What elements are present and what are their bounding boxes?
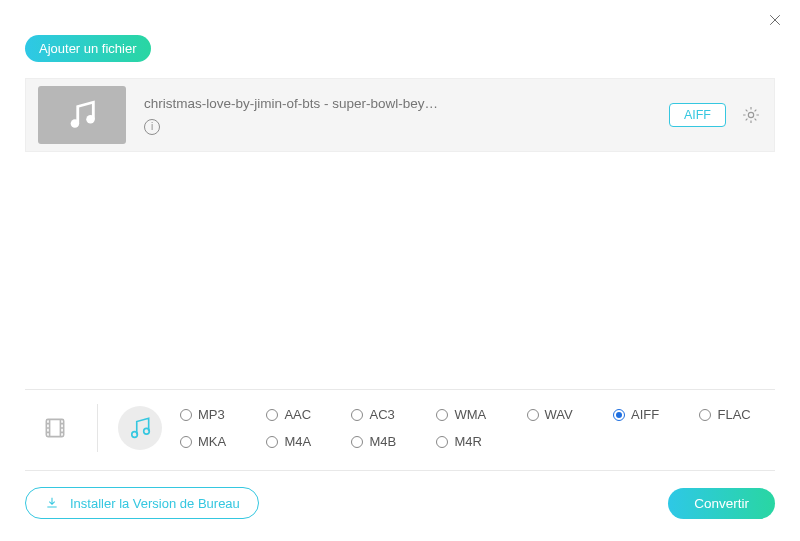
radio-icon: [436, 436, 448, 448]
radio-icon: [613, 409, 625, 421]
close-button[interactable]: [765, 10, 785, 30]
format-option-m4a[interactable]: M4A: [266, 434, 327, 449]
radio-icon: [436, 409, 448, 421]
radio-icon: [266, 436, 278, 448]
format-option-label: AIFF: [631, 407, 659, 422]
file-row: christmas-love-by-jimin-of-bts - super-b…: [25, 78, 775, 152]
add-file-button[interactable]: Ajouter un fichier: [25, 35, 151, 62]
format-option-label: M4R: [454, 434, 481, 449]
add-file-label: Ajouter un fichier: [39, 41, 137, 56]
file-thumbnail: [38, 86, 126, 144]
file-format-label: AIFF: [684, 108, 711, 122]
settings-button[interactable]: [740, 104, 762, 126]
gear-icon: [741, 105, 761, 125]
radio-icon: [180, 409, 192, 421]
format-option-aiff[interactable]: AIFF: [613, 407, 675, 422]
file-format-tag[interactable]: AIFF: [669, 103, 726, 127]
install-desktop-label: Installer la Version de Bureau: [70, 496, 240, 511]
convert-label: Convertir: [694, 496, 749, 511]
convert-button[interactable]: Convertir: [668, 488, 775, 519]
radio-icon: [527, 409, 539, 421]
radio-icon: [351, 409, 363, 421]
music-note-icon: [65, 98, 99, 132]
format-option-label: M4A: [284, 434, 311, 449]
svg-point-1: [86, 115, 95, 124]
radio-icon: [266, 409, 278, 421]
format-option-mp3[interactable]: MP3: [180, 407, 242, 422]
radio-icon: [180, 436, 192, 448]
svg-point-2: [748, 112, 753, 117]
format-option-label: WAV: [545, 407, 573, 422]
format-option-wav[interactable]: WAV: [527, 407, 589, 422]
format-option-label: AAC: [284, 407, 311, 422]
film-icon: [42, 415, 68, 441]
format-option-aac[interactable]: AAC: [266, 407, 327, 422]
format-option-flac[interactable]: FLAC: [699, 407, 767, 422]
format-option-label: AC3: [369, 407, 394, 422]
format-option-label: MKA: [198, 434, 226, 449]
format-option-m4b[interactable]: M4B: [351, 434, 412, 449]
file-meta: christmas-love-by-jimin-of-bts - super-b…: [144, 96, 669, 135]
format-option-wma[interactable]: WMA: [436, 407, 502, 422]
format-option-m4r[interactable]: M4R: [436, 434, 502, 449]
music-icon: [127, 415, 153, 441]
format-option-label: WMA: [454, 407, 486, 422]
download-icon: [44, 495, 60, 511]
install-desktop-button[interactable]: Installer la Version de Bureau: [25, 487, 259, 519]
svg-point-0: [71, 119, 80, 128]
radio-icon: [351, 436, 363, 448]
info-icon[interactable]: i: [144, 119, 160, 135]
format-options: MP3AACAC3WMAWAVAIFFFLACMKAM4AM4BM4R: [174, 407, 767, 449]
radio-icon: [699, 409, 711, 421]
file-name: christmas-love-by-jimin-of-bts - super-b…: [144, 96, 669, 111]
audio-type-button[interactable]: [118, 406, 162, 450]
format-option-label: FLAC: [717, 407, 750, 422]
format-option-ac3[interactable]: AC3: [351, 407, 412, 422]
close-icon: [767, 12, 783, 28]
format-option-label: MP3: [198, 407, 225, 422]
format-option-label: M4B: [369, 434, 396, 449]
divider: [97, 404, 98, 452]
format-bar: MP3AACAC3WMAWAVAIFFFLACMKAM4AM4BM4R: [25, 390, 775, 470]
format-option-mka[interactable]: MKA: [180, 434, 242, 449]
video-type-button[interactable]: [33, 406, 77, 450]
